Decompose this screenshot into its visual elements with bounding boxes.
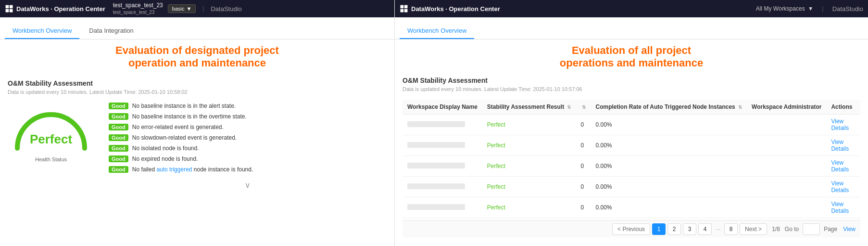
- workspace-selector[interactable]: All My Workspaces ▼: [756, 5, 814, 12]
- table-row: Perfect 0 0.00% View Details: [403, 115, 860, 135]
- check-badge-3: Good: [109, 124, 128, 130]
- admin-cell: [747, 177, 826, 197]
- action-cell: View Details: [826, 197, 860, 218]
- result-cell: Perfect: [482, 218, 576, 220]
- table-row: Perfect 0 0.00% View Details: [403, 177, 860, 197]
- right-datastudio[interactable]: DataStudio: [832, 5, 863, 13]
- page-dots: ···: [714, 226, 722, 233]
- expand-arrow[interactable]: ∨: [109, 181, 387, 190]
- left-health-section: Perfect Health Status Good No baseline i…: [8, 103, 387, 190]
- auto-triggered-link[interactable]: auto triggered: [156, 166, 192, 173]
- page-label: Page: [824, 226, 837, 233]
- right-separator: |: [822, 5, 824, 12]
- check-item-4: Good No slowdown-related event is genera…: [109, 134, 387, 141]
- workspace-name-cell: [403, 115, 482, 135]
- left-logo: DataWorks · Operation Center: [5, 4, 105, 13]
- left-nav-bar: DataWorks · Operation Center test_space_…: [0, 0, 394, 17]
- check-item-6: Good No expired node is found.: [109, 155, 387, 162]
- page-3-label: 3: [688, 226, 692, 233]
- result-cell: Perfect: [482, 115, 576, 135]
- check-badge-1: Good: [109, 103, 128, 109]
- svg-rect-3: [10, 9, 13, 13]
- right-logo-icon: [400, 4, 408, 13]
- view-details-link-3[interactable]: View Details: [831, 159, 849, 173]
- right-tab-bar: Workbench Overview: [395, 17, 868, 39]
- workspace-name-cell: [403, 156, 482, 177]
- check-text-7: No failed auto triggered node instance i…: [132, 166, 253, 173]
- gauge-value: Perfect: [30, 132, 72, 146]
- col-actions: Actions: [826, 100, 860, 115]
- left-project-name: test_space_test_23: [113, 2, 163, 10]
- table-wrapper[interactable]: Workspace Display Name Stability Assessm…: [403, 100, 860, 220]
- table-row: Perfect 0 0.00% View Details: [403, 135, 860, 156]
- right-center-line2: operations and maintenance: [404, 57, 858, 69]
- left-badge-label: basic: [172, 6, 185, 12]
- check-text-6: No expired node is found.: [132, 155, 198, 162]
- table-row: Perfect 0 0.00% View Details: [403, 197, 860, 218]
- right-tab-workbench-overview[interactable]: Workbench Overview: [400, 23, 474, 39]
- left-datastudio[interactable]: DataStudio: [211, 5, 241, 13]
- page-3-button[interactable]: 3: [683, 223, 696, 235]
- page-8-button[interactable]: 8: [724, 223, 738, 235]
- left-separator: |: [202, 5, 204, 12]
- rate-cell: 0.00%: [591, 115, 747, 135]
- left-badge[interactable]: basic ▼: [168, 4, 196, 13]
- check-badge-7: Good: [109, 166, 128, 173]
- page-1-button[interactable]: 1: [652, 223, 666, 235]
- left-badge-chevron: ▼: [186, 6, 191, 12]
- prev-button[interactable]: < Previous: [612, 223, 650, 235]
- left-center-line1: Evaluation of designated project: [10, 44, 385, 57]
- table-row: Perfect 0 0.00% View Details: [403, 218, 860, 220]
- col-sort: ⇅: [576, 100, 591, 115]
- col3-cell: 0: [576, 177, 591, 197]
- svg-rect-5: [404, 5, 408, 9]
- sort-icon-rate: ⇅: [738, 104, 742, 110]
- view-details-link-4[interactable]: View Details: [831, 180, 849, 194]
- left-content: O&M Stability Assessment Data is updated…: [0, 72, 394, 246]
- rate-cell: 0.00%: [591, 135, 747, 156]
- left-tab-bar: Workbench Overview Data Integration: [0, 17, 394, 39]
- left-update-time: Data is updated every 10 minutes. Latest…: [8, 89, 387, 95]
- right-nav-bar: DataWorks · Operation Center All My Work…: [395, 0, 868, 17]
- view-details-link-2[interactable]: View Details: [831, 139, 849, 152]
- check-badge-6: Good: [109, 155, 128, 162]
- check-badge-5: Good: [109, 145, 128, 152]
- page-2-button[interactable]: 2: [667, 223, 681, 235]
- right-brand-name: DataWorks · Operation Center: [411, 5, 500, 13]
- rate-cell: 0.00%: [591, 197, 747, 218]
- result-cell: Perfect: [482, 197, 576, 218]
- page-2-label: 2: [673, 226, 676, 233]
- workspace-table: Workspace Display Name Stability Assessm…: [403, 100, 860, 220]
- col3-cell: 0: [576, 218, 591, 220]
- check-item-2: Good No baseline instance is in the over…: [109, 113, 387, 120]
- view-details-link-5[interactable]: View Details: [831, 201, 849, 214]
- next-button[interactable]: Next >: [740, 223, 767, 235]
- col-stability: Stability Assessment Result ⇅: [482, 100, 576, 115]
- left-center-line2: operation and maintenance: [10, 57, 385, 69]
- admin-cell: [747, 197, 826, 218]
- left-brand-name: DataWorks · Operation Center: [16, 5, 105, 13]
- check-text-2: No baseline instance is in the overtime …: [132, 113, 247, 120]
- left-center-text: Evaluation of designated project operati…: [0, 39, 394, 72]
- rate-cell: 0.00%: [591, 156, 747, 177]
- right-section-title: O&M Stability Assessment: [403, 77, 860, 84]
- sort-icon-stability: ⇅: [567, 104, 571, 110]
- col3-cell: 0: [576, 197, 591, 218]
- admin-cell: [747, 135, 826, 156]
- page-4-button[interactable]: 4: [698, 223, 712, 235]
- blurred-name: [407, 163, 465, 168]
- right-content: O&M Stability Assessment Data is updated…: [395, 72, 868, 246]
- tab-workbench-overview[interactable]: Workbench Overview: [5, 23, 79, 39]
- workspace-selector-label: All My Workspaces: [756, 5, 805, 12]
- table-section: Workspace Display Name Stability Assessm…: [403, 100, 860, 237]
- workspace-name-cell: [403, 197, 482, 218]
- svg-rect-7: [404, 9, 408, 13]
- action-cell: View Details: [826, 135, 860, 156]
- blurred-name: [407, 121, 465, 127]
- col3-cell: 0: [576, 115, 591, 135]
- check-text-3: No error-related event is generated.: [132, 124, 224, 130]
- goto-input[interactable]: [803, 223, 820, 235]
- tab-data-integration[interactable]: Data Integration: [81, 23, 141, 39]
- view-details-link-1[interactable]: View Details: [831, 118, 849, 131]
- rate-cell: 0.00%: [591, 218, 747, 220]
